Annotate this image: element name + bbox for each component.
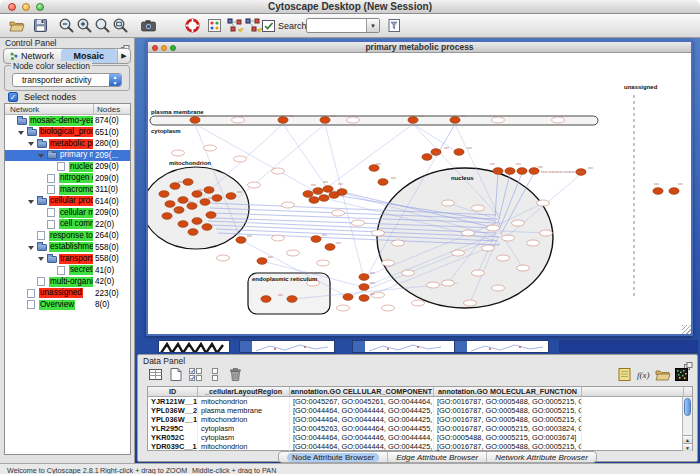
network-node-outline[interactable] bbox=[537, 200, 550, 206]
network-node-outline[interactable] bbox=[492, 285, 505, 291]
network-node-outline[interactable] bbox=[232, 117, 245, 123]
network-node-outline[interactable] bbox=[464, 300, 477, 306]
network-node[interactable] bbox=[183, 179, 193, 186]
network-node[interactable] bbox=[359, 295, 369, 302]
column-header[interactable]: annotation.GO MOLECULAR_FUNCTION bbox=[434, 387, 582, 396]
network-node[interactable] bbox=[190, 117, 200, 124]
network-node-outline[interactable] bbox=[317, 260, 330, 266]
tree-row[interactable]: secretion41(0) bbox=[5, 265, 130, 277]
table-scrollbar[interactable]: ▲ ▼ bbox=[682, 397, 692, 451]
network-node-outline[interactable] bbox=[497, 255, 510, 261]
tree-row[interactable]: multi-organism pro42(0) bbox=[5, 276, 130, 288]
network-node-outline[interactable] bbox=[382, 260, 395, 266]
network-node-outline[interactable] bbox=[487, 225, 500, 231]
tab-node-attribute-browser[interactable]: Node Attribute Browser bbox=[279, 452, 388, 462]
tree-row[interactable]: nucleobase-209(0) bbox=[5, 161, 130, 173]
expander-icon[interactable] bbox=[18, 131, 24, 135]
attribute-list-icon[interactable] bbox=[616, 366, 633, 383]
network-overlay-icon-1[interactable] bbox=[226, 17, 243, 34]
network-node-outline[interactable] bbox=[402, 270, 415, 276]
network-node-outline[interactable] bbox=[472, 205, 485, 211]
network-node[interactable] bbox=[303, 191, 313, 198]
snapshot-icon[interactable] bbox=[140, 17, 157, 34]
network-node-outline[interactable] bbox=[482, 245, 495, 251]
tree-row[interactable]: cellular metabo209(0) bbox=[5, 207, 130, 219]
tree-row[interactable]: biological_process651(0) bbox=[5, 127, 130, 139]
network-node-outline[interactable] bbox=[352, 220, 365, 226]
network-node-outline[interactable] bbox=[287, 250, 300, 256]
network-node[interactable] bbox=[323, 186, 333, 193]
scrollbar-thumb[interactable] bbox=[684, 398, 691, 416]
tree-row[interactable]: unassigned223(0) bbox=[5, 288, 130, 300]
annotation-icon[interactable] bbox=[260, 17, 277, 34]
network-node[interactable] bbox=[359, 274, 369, 281]
network-node[interactable] bbox=[359, 284, 369, 291]
network-node-outline[interactable] bbox=[337, 305, 350, 311]
tree-row[interactable]: macromolecule311(0) bbox=[5, 184, 130, 196]
tree-row[interactable]: cell communicat22(0) bbox=[5, 219, 130, 231]
network-node-outline[interactable] bbox=[272, 235, 285, 241]
network-node[interactable] bbox=[212, 195, 222, 202]
network-node[interactable] bbox=[162, 213, 172, 220]
expander-icon[interactable] bbox=[28, 142, 34, 146]
close-icon[interactable] bbox=[152, 45, 158, 51]
minimized-window[interactable] bbox=[158, 340, 230, 353]
network-node[interactable] bbox=[236, 237, 246, 244]
tree-header[interactable]: Network Nodes bbox=[5, 104, 130, 115]
network-node-outline[interactable] bbox=[372, 230, 385, 236]
tree-row[interactable]: response to stimul264(0) bbox=[5, 230, 130, 242]
vizmapper-icon[interactable] bbox=[206, 17, 223, 34]
network-node-outline[interactable] bbox=[427, 282, 440, 288]
network-node-outline[interactable] bbox=[452, 250, 465, 256]
network-node[interactable] bbox=[325, 244, 335, 251]
network-node-outline[interactable] bbox=[552, 117, 565, 123]
tree-row[interactable]: primary metabo209(... bbox=[5, 150, 130, 162]
network-node-outline[interactable] bbox=[204, 145, 217, 151]
network-node-outline[interactable] bbox=[412, 300, 425, 306]
network-node[interactable] bbox=[165, 201, 175, 208]
open-file-icon[interactable] bbox=[8, 17, 25, 34]
network-node-outline[interactable] bbox=[442, 200, 455, 206]
expander-icon[interactable] bbox=[28, 246, 34, 250]
search-dropdown-button[interactable]: ▾ bbox=[366, 19, 379, 32]
close-button[interactable] bbox=[8, 3, 16, 11]
help-icon[interactable] bbox=[184, 17, 201, 34]
network-node-outline[interactable] bbox=[382, 305, 395, 311]
node-color-dropdown[interactable]: transporter activity▲▼ bbox=[12, 73, 122, 87]
import-attributes-icon[interactable] bbox=[654, 366, 671, 383]
network-node[interactable] bbox=[257, 258, 267, 265]
network-canvas[interactable]: xxxxxxxxxxxxxxxxxxxxxxxxxxxxxxxxxxxxxxxx… bbox=[148, 53, 691, 334]
network-node-outline[interactable] bbox=[472, 270, 485, 276]
matrix-view-icon[interactable] bbox=[673, 366, 690, 383]
attribute-table-icon[interactable] bbox=[147, 366, 164, 383]
network-node[interactable] bbox=[226, 193, 236, 200]
table-row[interactable]: YLR295Ccytoplasm[GO:0045263, GO:0044464,… bbox=[148, 424, 692, 433]
network-node[interactable] bbox=[422, 154, 432, 161]
minimize-icon[interactable] bbox=[161, 45, 167, 51]
resize-grip[interactable] bbox=[682, 325, 691, 334]
network-node[interactable] bbox=[493, 168, 503, 175]
zoom-out-icon[interactable] bbox=[58, 17, 75, 34]
network-node-outline[interactable] bbox=[512, 220, 525, 226]
table-row[interactable]: YPL036W__2plasma membrane[GO:0044464, GO… bbox=[148, 406, 692, 415]
zoom-fit-icon[interactable] bbox=[112, 17, 129, 34]
network-node[interactable] bbox=[159, 191, 169, 198]
expander-icon[interactable] bbox=[38, 257, 44, 261]
network-view-window[interactable]: primary metabolic process xxxxxxxxxxxxxx… bbox=[146, 40, 693, 336]
network-node[interactable] bbox=[505, 168, 515, 175]
tree-row[interactable]: nitrogen compo209(0) bbox=[5, 173, 130, 185]
network-node-outline[interactable] bbox=[492, 117, 505, 123]
column-header[interactable]: ID bbox=[148, 387, 198, 396]
tree-row[interactable]: establishment of lo558(0) bbox=[5, 242, 130, 254]
network-node[interactable] bbox=[337, 189, 347, 196]
network-node[interactable] bbox=[178, 221, 188, 228]
delete-attribute-icon[interactable] bbox=[227, 366, 244, 383]
formula-icon[interactable]: f(x) bbox=[635, 366, 652, 383]
table-row[interactable]: YDR039C__1mitochondrion[GO:0044464, GO:0… bbox=[148, 442, 692, 451]
network-node[interactable] bbox=[653, 188, 663, 195]
column-header[interactable]: _cellularLayoutRegion bbox=[198, 387, 290, 396]
network-node-outline[interactable] bbox=[234, 156, 247, 162]
save-icon[interactable] bbox=[32, 17, 49, 34]
table-row[interactable]: YJR121W__1mitochondrion[GO:0045267, GO:0… bbox=[148, 397, 692, 406]
network-node[interactable] bbox=[378, 179, 388, 186]
